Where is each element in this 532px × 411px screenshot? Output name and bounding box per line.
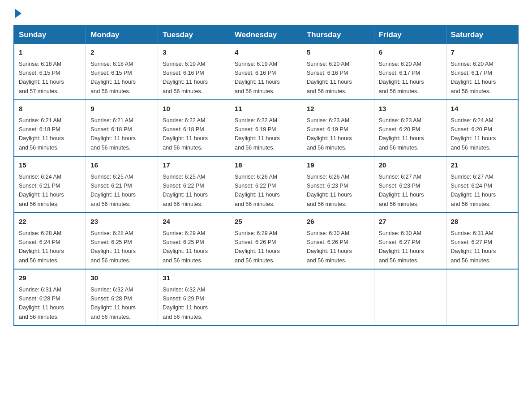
day-info: Sunrise: 6:25 AMSunset: 6:22 PMDaylight:… — [163, 174, 208, 207]
day-info: Sunrise: 6:25 AMSunset: 6:21 PMDaylight:… — [90, 174, 136, 207]
page-header — [13, 9, 519, 17]
day-info: Sunrise: 6:24 AMSunset: 6:21 PMDaylight:… — [19, 174, 64, 207]
week-row-2: 8 Sunrise: 6:21 AMSunset: 6:18 PMDayligh… — [14, 100, 518, 156]
calendar-cell: 3 Sunrise: 6:19 AMSunset: 6:16 PMDayligh… — [158, 44, 230, 100]
header-friday: Friday — [374, 26, 446, 44]
day-number: 31 — [163, 273, 225, 283]
week-row-5: 29 Sunrise: 6:31 AMSunset: 6:28 PMDaylig… — [14, 269, 518, 325]
day-info: Sunrise: 6:21 AMSunset: 6:18 PMDaylight:… — [90, 117, 136, 151]
day-number: 10 — [163, 104, 225, 114]
day-info: Sunrise: 6:24 AMSunset: 6:20 PMDaylight:… — [451, 117, 496, 151]
day-number: 21 — [451, 160, 513, 171]
day-number: 18 — [235, 160, 297, 171]
day-info: Sunrise: 6:20 AMSunset: 6:17 PMDaylight:… — [451, 61, 496, 94]
day-info: Sunrise: 6:29 AMSunset: 6:26 PMDaylight:… — [235, 230, 280, 264]
week-row-3: 15 Sunrise: 6:24 AMSunset: 6:21 PMDaylig… — [14, 156, 518, 213]
day-number: 22 — [19, 217, 81, 227]
day-info: Sunrise: 6:28 AMSunset: 6:25 PMDaylight:… — [90, 230, 136, 264]
calendar-cell: 23 Sunrise: 6:28 AMSunset: 6:25 PMDaylig… — [86, 213, 158, 269]
day-number: 1 — [19, 47, 81, 58]
day-number: 15 — [19, 160, 81, 171]
calendar-cell: 31 Sunrise: 6:32 AMSunset: 6:29 PMDaylig… — [158, 269, 230, 325]
calendar-cell: 29 Sunrise: 6:31 AMSunset: 6:28 PMDaylig… — [14, 269, 86, 325]
day-number: 28 — [451, 217, 513, 227]
header-wednesday: Wednesday — [230, 26, 302, 44]
day-number: 11 — [235, 104, 297, 114]
calendar-cell: 15 Sunrise: 6:24 AMSunset: 6:21 PMDaylig… — [14, 156, 86, 213]
day-info: Sunrise: 6:20 AMSunset: 6:17 PMDaylight:… — [379, 61, 424, 94]
week-row-4: 22 Sunrise: 6:28 AMSunset: 6:24 PMDaylig… — [14, 213, 518, 269]
day-info: Sunrise: 6:27 AMSunset: 6:24 PMDaylight:… — [451, 174, 496, 207]
day-info: Sunrise: 6:29 AMSunset: 6:25 PMDaylight:… — [163, 230, 208, 264]
day-info: Sunrise: 6:30 AMSunset: 6:26 PMDaylight:… — [307, 230, 352, 264]
calendar-cell: 11 Sunrise: 6:22 AMSunset: 6:19 PMDaylig… — [230, 100, 302, 156]
calendar-cell: 20 Sunrise: 6:27 AMSunset: 6:23 PMDaylig… — [374, 156, 446, 213]
day-number: 24 — [163, 217, 225, 227]
day-number: 3 — [163, 47, 225, 58]
calendar-cell: 27 Sunrise: 6:30 AMSunset: 6:27 PMDaylig… — [374, 213, 446, 269]
day-number: 5 — [307, 47, 369, 58]
day-info: Sunrise: 6:18 AMSunset: 6:15 PMDaylight:… — [90, 61, 136, 94]
day-info: Sunrise: 6:32 AMSunset: 6:29 PMDaylight:… — [163, 287, 208, 320]
calendar-cell: 16 Sunrise: 6:25 AMSunset: 6:21 PMDaylig… — [86, 156, 158, 213]
header-saturday: Saturday — [446, 26, 518, 44]
calendar-cell: 26 Sunrise: 6:30 AMSunset: 6:26 PMDaylig… — [302, 213, 374, 269]
calendar-cell: 25 Sunrise: 6:29 AMSunset: 6:26 PMDaylig… — [230, 213, 302, 269]
day-info: Sunrise: 6:21 AMSunset: 6:18 PMDaylight:… — [19, 117, 64, 151]
day-info: Sunrise: 6:18 AMSunset: 6:15 PMDaylight:… — [19, 61, 64, 94]
day-number: 12 — [307, 104, 369, 114]
calendar-cell: 24 Sunrise: 6:29 AMSunset: 6:25 PMDaylig… — [158, 213, 230, 269]
day-number: 13 — [379, 104, 442, 114]
header-monday: Monday — [86, 26, 158, 44]
header-tuesday: Tuesday — [158, 26, 230, 44]
day-number: 19 — [307, 160, 369, 171]
calendar-cell: 1 Sunrise: 6:18 AMSunset: 6:15 PMDayligh… — [14, 44, 86, 100]
calendar-cell — [446, 269, 518, 325]
day-info: Sunrise: 6:23 AMSunset: 6:19 PMDaylight:… — [307, 117, 352, 151]
day-info: Sunrise: 6:19 AMSunset: 6:16 PMDaylight:… — [235, 61, 280, 94]
day-number: 7 — [451, 47, 513, 58]
calendar-cell — [302, 269, 374, 325]
calendar-cell: 13 Sunrise: 6:23 AMSunset: 6:20 PMDaylig… — [374, 100, 446, 156]
day-number: 8 — [19, 104, 81, 114]
calendar-cell: 10 Sunrise: 6:22 AMSunset: 6:18 PMDaylig… — [158, 100, 230, 156]
calendar-cell: 18 Sunrise: 6:26 AMSunset: 6:22 PMDaylig… — [230, 156, 302, 213]
calendar-cell: 21 Sunrise: 6:27 AMSunset: 6:24 PMDaylig… — [446, 156, 518, 213]
logo — [13, 9, 21, 17]
day-number: 26 — [307, 217, 369, 227]
logo-arrow-icon — [15, 9, 21, 18]
day-info: Sunrise: 6:32 AMSunset: 6:28 PMDaylight:… — [90, 287, 136, 320]
calendar-cell: 17 Sunrise: 6:25 AMSunset: 6:22 PMDaylig… — [158, 156, 230, 213]
day-number: 6 — [379, 47, 442, 58]
day-info: Sunrise: 6:31 AMSunset: 6:28 PMDaylight:… — [19, 287, 64, 320]
day-info: Sunrise: 6:22 AMSunset: 6:19 PMDaylight:… — [235, 117, 280, 151]
day-number: 23 — [90, 217, 153, 227]
calendar-cell: 6 Sunrise: 6:20 AMSunset: 6:17 PMDayligh… — [374, 44, 446, 100]
calendar-cell: 8 Sunrise: 6:21 AMSunset: 6:18 PMDayligh… — [14, 100, 86, 156]
day-number: 29 — [19, 273, 81, 283]
day-number: 9 — [90, 104, 153, 114]
calendar-cell: 30 Sunrise: 6:32 AMSunset: 6:28 PMDaylig… — [86, 269, 158, 325]
day-number: 17 — [163, 160, 225, 171]
day-info: Sunrise: 6:28 AMSunset: 6:24 PMDaylight:… — [19, 230, 64, 264]
day-number: 30 — [90, 273, 153, 283]
calendar-cell — [230, 269, 302, 325]
header-thursday: Thursday — [302, 26, 374, 44]
calendar-cell: 2 Sunrise: 6:18 AMSunset: 6:15 PMDayligh… — [86, 44, 158, 100]
day-info: Sunrise: 6:31 AMSunset: 6:27 PMDaylight:… — [451, 230, 496, 264]
calendar-header-row: SundayMondayTuesdayWednesdayThursdayFrid… — [14, 26, 518, 44]
day-number: 2 — [90, 47, 153, 58]
calendar-cell: 7 Sunrise: 6:20 AMSunset: 6:17 PMDayligh… — [446, 44, 518, 100]
day-info: Sunrise: 6:19 AMSunset: 6:16 PMDaylight:… — [163, 61, 208, 94]
calendar-cell: 4 Sunrise: 6:19 AMSunset: 6:16 PMDayligh… — [230, 44, 302, 100]
day-info: Sunrise: 6:23 AMSunset: 6:20 PMDaylight:… — [379, 117, 424, 151]
day-info: Sunrise: 6:22 AMSunset: 6:18 PMDaylight:… — [163, 117, 208, 151]
day-number: 20 — [379, 160, 442, 171]
day-info: Sunrise: 6:26 AMSunset: 6:22 PMDaylight:… — [235, 174, 280, 207]
calendar-table: SundayMondayTuesdayWednesdayThursdayFrid… — [13, 25, 519, 326]
day-info: Sunrise: 6:30 AMSunset: 6:27 PMDaylight:… — [379, 230, 424, 264]
header-sunday: Sunday — [14, 26, 86, 44]
calendar-cell: 12 Sunrise: 6:23 AMSunset: 6:19 PMDaylig… — [302, 100, 374, 156]
calendar-cell: 5 Sunrise: 6:20 AMSunset: 6:16 PMDayligh… — [302, 44, 374, 100]
calendar-cell: 22 Sunrise: 6:28 AMSunset: 6:24 PMDaylig… — [14, 213, 86, 269]
